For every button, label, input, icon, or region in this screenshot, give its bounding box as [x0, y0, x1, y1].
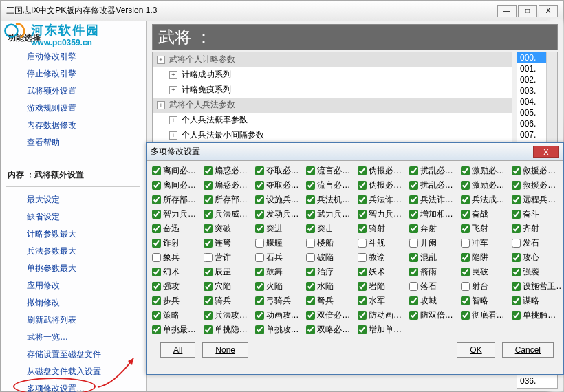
option-checkbox[interactable]: 穴陥 — [204, 281, 254, 292]
minimize-button[interactable]: — — [497, 5, 517, 17]
option-checkbox[interactable]: 单挑隐… — [204, 324, 254, 336]
option-checkbox[interactable]: 冲车 — [461, 237, 511, 249]
option-checkbox[interactable]: 骑兵 — [204, 295, 254, 307]
sidebar-link[interactable]: 武将额外设置 — [1, 83, 146, 100]
option-checkbox[interactable]: 单挑攻… — [255, 324, 305, 336]
cancel-button[interactable]: Cancel — [502, 342, 554, 358]
option-checkbox[interactable]: 设施兵… — [255, 194, 305, 206]
option-checkbox[interactable]: 智力兵… — [152, 208, 202, 220]
option-checkbox[interactable]: 突击 — [306, 223, 356, 235]
sidebar-link[interactable]: 最大设定 — [1, 191, 146, 208]
option-checkbox[interactable]: 夺取必… — [255, 165, 305, 177]
sidebar-link[interactable]: 启动修改引擎 — [1, 48, 146, 65]
expand-icon[interactable]: + — [157, 101, 165, 109]
expand-icon[interactable]: + — [169, 86, 177, 94]
option-checkbox[interactable]: 象兵 — [152, 252, 202, 263]
option-checkbox[interactable]: 防双倍… — [409, 309, 459, 321]
expand-icon[interactable]: + — [169, 116, 177, 124]
option-checkbox[interactable]: 救援必… — [512, 179, 562, 191]
sidebar-link[interactable]: 刷新武将列表 — [1, 312, 146, 329]
general-number-list[interactable]: 000.001.002.003.004.005.006.007.008.009.… — [517, 52, 558, 148]
option-checkbox[interactable]: 奋战 — [461, 208, 511, 220]
sidebar-link[interactable]: 武将一览… — [1, 329, 146, 346]
option-checkbox[interactable]: 斗舰 — [358, 237, 408, 249]
option-checkbox[interactable]: 兵法诈… — [358, 194, 408, 206]
option-checkbox[interactable]: 箭雨 — [409, 266, 459, 278]
option-checkbox[interactable]: 兵法攻… — [204, 309, 254, 321]
option-checkbox[interactable]: 治疗 — [306, 266, 356, 278]
sidebar-link[interactable]: 查看帮助 — [1, 134, 146, 151]
option-checkbox[interactable]: 水军 — [358, 295, 408, 307]
option-checkbox[interactable]: 弓骑兵 — [255, 295, 305, 307]
option-checkbox[interactable]: 鼓舞 — [255, 266, 305, 278]
dialog-close-button[interactable]: X — [533, 146, 559, 158]
option-checkbox[interactable]: 武力兵… — [306, 208, 356, 220]
option-checkbox[interactable]: 妖术 — [358, 266, 408, 278]
option-checkbox[interactable]: 双略必… — [306, 324, 356, 336]
option-checkbox[interactable]: 强攻 — [152, 281, 202, 292]
sidebar-link[interactable]: 多项修改设置… — [1, 380, 146, 392]
option-checkbox[interactable]: 火陥 — [255, 281, 305, 292]
option-checkbox[interactable]: 陥阱 — [461, 252, 511, 263]
ok-button[interactable]: OK — [457, 342, 495, 358]
option-checkbox[interactable]: 智略 — [461, 295, 511, 307]
option-checkbox[interactable]: 落石 — [409, 281, 459, 292]
option-checkbox[interactable]: 营诈 — [204, 252, 254, 263]
option-checkbox[interactable]: 奔射 — [409, 223, 459, 235]
option-checkbox[interactable]: 设施营卫… — [512, 281, 562, 292]
option-checkbox[interactable]: 增加相… — [409, 208, 459, 220]
option-checkbox[interactable]: 攻心 — [512, 252, 562, 263]
expand-icon[interactable]: + — [169, 131, 177, 140]
option-checkbox[interactable]: 兵法机… — [306, 194, 356, 206]
params-tree[interactable]: +武将个人计略参数 +计略成功系列 +计略免疫系列 +武将个人兵法参数 +个人兵… — [152, 52, 512, 148]
option-checkbox[interactable]: 突进 — [255, 223, 305, 235]
option-checkbox[interactable]: 连弩 — [204, 237, 254, 249]
close-button[interactable]: X — [539, 5, 558, 17]
option-checkbox[interactable]: 飞射 — [461, 223, 511, 235]
option-checkbox[interactable]: 扰乱必… — [409, 165, 459, 177]
sidebar-link[interactable]: 计略参数最大 — [1, 226, 146, 243]
option-checkbox[interactable]: 兵法诈… — [409, 194, 459, 206]
sidebar-link[interactable]: 停止修改引擎 — [1, 65, 146, 83]
option-checkbox[interactable]: 远程兵… — [512, 194, 562, 206]
expand-icon[interactable]: + — [169, 71, 177, 79]
option-checkbox[interactable]: 齐射 — [512, 223, 562, 235]
option-checkbox[interactable]: 谋略 — [512, 295, 562, 307]
option-checkbox[interactable]: 离间必… — [152, 179, 202, 191]
sidebar-link[interactable]: 缺省设定 — [1, 208, 146, 226]
option-checkbox[interactable]: 突破 — [204, 223, 254, 235]
option-checkbox[interactable]: 奋迅 — [152, 223, 202, 235]
option-checkbox[interactable]: 策略 — [152, 309, 202, 321]
option-checkbox[interactable]: 石兵 — [255, 252, 305, 263]
option-checkbox[interactable]: 夺取必… — [255, 179, 305, 191]
option-checkbox[interactable]: 扰乱必… — [409, 179, 459, 191]
option-checkbox[interactable]: 智力兵… — [358, 208, 408, 220]
option-checkbox[interactable]: 煽惑必… — [204, 165, 254, 177]
option-checkbox[interactable]: 激励必… — [461, 165, 511, 177]
option-checkbox[interactable]: 彻底看… — [461, 309, 511, 321]
option-checkbox[interactable]: 楼船 — [306, 237, 356, 249]
option-checkbox[interactable]: 单挑触… — [512, 309, 562, 321]
option-checkbox[interactable]: 双倍必… — [306, 309, 356, 321]
option-checkbox[interactable]: 救援必… — [512, 165, 562, 177]
option-checkbox[interactable]: 诈射 — [152, 237, 202, 249]
option-checkbox[interactable]: 防动画… — [358, 309, 408, 321]
option-checkbox[interactable]: 破陥 — [306, 252, 356, 263]
sidebar-link[interactable]: 撤销修改 — [1, 294, 146, 312]
option-checkbox[interactable]: 增加单… — [358, 324, 408, 336]
option-checkbox[interactable]: 动画攻… — [255, 309, 305, 321]
option-checkbox[interactable]: 攻城 — [409, 295, 459, 307]
sidebar-link[interactable]: 兵法参数最大 — [1, 243, 146, 260]
option-checkbox[interactable]: 伪报必… — [358, 165, 408, 177]
option-checkbox[interactable]: 步兵 — [152, 295, 202, 307]
option-checkbox[interactable]: 射台 — [461, 281, 511, 292]
option-checkbox[interactable]: 离间必… — [152, 165, 202, 177]
option-checkbox[interactable]: 混乱 — [409, 252, 459, 263]
option-checkbox[interactable]: 单挑最… — [152, 324, 202, 336]
none-button[interactable]: None — [202, 342, 248, 358]
option-checkbox[interactable]: 兵法威… — [204, 208, 254, 220]
option-checkbox[interactable]: 流言必… — [306, 165, 356, 177]
sidebar-link[interactable]: 从磁盘文件载入设置 — [1, 363, 146, 380]
option-checkbox[interactable]: 辰罡 — [204, 266, 254, 278]
option-checkbox[interactable]: 艨艟 — [255, 237, 305, 249]
